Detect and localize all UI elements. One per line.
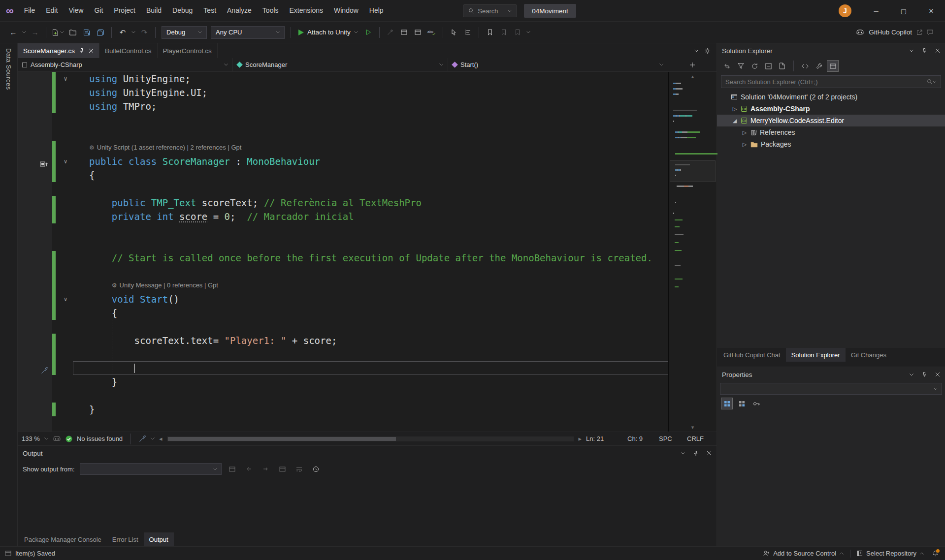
tab-github-copilot-chat[interactable]: GitHub Copilot Chat: [718, 348, 786, 362]
menu-help[interactable]: Help: [364, 0, 389, 21]
data-sources-tab[interactable]: Data Sources: [5, 48, 12, 546]
chevron-down-icon[interactable]: [151, 437, 155, 440]
close-icon[interactable]: [935, 48, 940, 53]
menu-git[interactable]: Git: [89, 0, 108, 21]
scroll-up-icon[interactable]: ▴: [669, 73, 717, 80]
search-box[interactable]: Search: [463, 4, 517, 17]
minimap-scrollbar[interactable]: ▴ ▾: [668, 72, 717, 432]
codelens-row[interactable]: ⚙Unity Script (1 asset reference) | 2 re…: [18, 141, 668, 155]
line-ending-indicator[interactable]: CRLF: [687, 435, 713, 442]
background-tasks-icon[interactable]: [5, 550, 11, 557]
zoom-level[interactable]: 133 %: [22, 435, 40, 442]
menu-project[interactable]: Project: [108, 0, 141, 21]
code-line[interactable]: ∨using UnityEngine;: [18, 72, 668, 86]
multi-caret-button[interactable]: [461, 26, 474, 39]
editor-layout-button[interactable]: [412, 26, 424, 39]
output-source-dropdown[interactable]: [80, 463, 222, 475]
spaces-indicator[interactable]: SPC: [659, 435, 683, 442]
alphabetical-button[interactable]: [736, 398, 748, 409]
start-without-debugging-button[interactable]: [362, 26, 375, 39]
goto-source-button[interactable]: [227, 463, 238, 475]
health-check-icon[interactable]: [65, 436, 72, 442]
document-list-dropdown-icon[interactable]: [694, 50, 698, 52]
fold-chevron-icon[interactable]: ∨: [58, 155, 73, 168]
panel-splitter[interactable]: [717, 362, 945, 367]
categorized-button[interactable]: [721, 398, 733, 409]
code-line[interactable]: [18, 237, 668, 251]
toggle-bookmark-button[interactable]: [484, 26, 496, 39]
code-cleanup-icon[interactable]: [139, 435, 146, 442]
tree-item-assembly-csharp[interactable]: ▷C#Assembly-CSharp: [717, 103, 945, 115]
menu-tools[interactable]: Tools: [257, 0, 284, 21]
user-avatar[interactable]: J: [839, 4, 851, 17]
pin-icon[interactable]: [921, 48, 927, 54]
pin-icon[interactable]: [693, 450, 699, 456]
scroll-down-icon[interactable]: ▾: [669, 424, 717, 431]
codelens-row[interactable]: ⚙Unity Message | 0 references | Gpt: [18, 279, 668, 292]
expand-arrow-icon[interactable]: ◢: [732, 118, 738, 124]
code-line[interactable]: }: [18, 403, 668, 416]
previous-message-button[interactable]: [243, 463, 255, 475]
save-button[interactable]: [80, 26, 93, 39]
send-feedback-icon[interactable]: [927, 30, 933, 35]
member-dropdown[interactable]: Start(): [448, 58, 668, 71]
fold-chevron-icon[interactable]: ∨: [58, 72, 73, 86]
tab-solution-explorer[interactable]: Solution Explorer: [786, 348, 846, 362]
select-repository-button[interactable]: Select Repository: [855, 550, 926, 557]
menu-extensions[interactable]: Extensions: [284, 0, 328, 21]
document-tab-playercontrol-cs[interactable]: PlayerControl.cs: [158, 43, 218, 58]
collapse-arrow-icon[interactable]: ▷: [742, 129, 748, 136]
document-tab-bulletcontrol-cs[interactable]: BulletControl.cs: [99, 43, 158, 58]
document-tab-scoremanager-cs[interactable]: ScoreManager.cs: [18, 43, 99, 58]
menu-edit[interactable]: Edit: [40, 0, 63, 21]
close-tab-icon[interactable]: [89, 48, 94, 53]
fold-chevron-icon[interactable]: ∨: [58, 292, 73, 306]
code-line[interactable]: [18, 320, 668, 334]
clear-all-button[interactable]: [277, 463, 289, 475]
window-position-icon[interactable]: [681, 452, 685, 455]
add-to-source-control-button[interactable]: Add to Source Control: [761, 550, 846, 557]
solution-explorer-search[interactable]: Search Solution Explorer (Ctrl+;): [721, 75, 941, 88]
type-dropdown[interactable]: ScoreManager: [233, 58, 448, 71]
menu-build[interactable]: Build: [141, 0, 167, 21]
code-line[interactable]: [18, 347, 668, 361]
solution-platform-dropdown[interactable]: Any CPU: [211, 26, 285, 39]
code-line[interactable]: {: [18, 306, 668, 320]
collapse-all-button[interactable]: [762, 60, 774, 72]
tree-item-references[interactable]: ▷References: [717, 126, 945, 138]
menu-file[interactable]: File: [19, 0, 41, 21]
code-line[interactable]: using TMPro;: [18, 99, 668, 113]
open-file-button[interactable]: [66, 26, 79, 39]
close-icon[interactable]: [935, 372, 940, 377]
code-line[interactable]: }: [18, 375, 668, 389]
scroll-left-icon[interactable]: ◂: [159, 435, 163, 442]
sync-with-active-document-button[interactable]: [721, 60, 733, 72]
tab-package-manager-console[interactable]: Package Manager Console: [19, 532, 107, 546]
horizontal-scrollbar-thumb[interactable]: [168, 437, 396, 441]
project-dropdown[interactable]: Assembly-CSharp: [18, 58, 233, 71]
code-line[interactable]: {: [18, 168, 668, 182]
spell-check-button[interactable]: abc: [425, 26, 438, 39]
previous-bookmark-button[interactable]: [497, 26, 510, 39]
tab-output[interactable]: Output: [144, 532, 174, 546]
close-icon[interactable]: [707, 451, 712, 456]
code-line[interactable]: [18, 361, 668, 375]
tree-item-packages[interactable]: ▷Packages: [717, 138, 945, 150]
github-copilot-label[interactable]: GitHub Copilot: [869, 29, 912, 36]
github-copilot-icon[interactable]: [856, 29, 864, 35]
close-button[interactable]: ✕: [917, 0, 945, 22]
window-position-icon[interactable]: [910, 50, 913, 52]
code-line[interactable]: using UnityEngine.UI;: [18, 86, 668, 99]
copilot-status-icon[interactable]: [53, 436, 61, 442]
tab-settings-icon[interactable]: [704, 48, 711, 54]
code-line[interactable]: [18, 223, 668, 237]
select-mode-button[interactable]: [448, 26, 460, 39]
code-line[interactable]: [18, 113, 668, 127]
code-line[interactable]: [18, 127, 668, 141]
tab-git-changes[interactable]: Git Changes: [846, 348, 892, 362]
undo-dropdown[interactable]: [130, 26, 137, 39]
collapse-arrow-icon[interactable]: ▷: [742, 141, 748, 148]
tree-item-merryyellow-codeassist-editor[interactable]: ◢C#MerryYellow.CodeAssist.Editor: [717, 115, 945, 126]
code-editor[interactable]: ∨using UnityEngine;using UnityEngine.UI;…: [18, 72, 717, 432]
code-line[interactable]: [18, 182, 668, 196]
